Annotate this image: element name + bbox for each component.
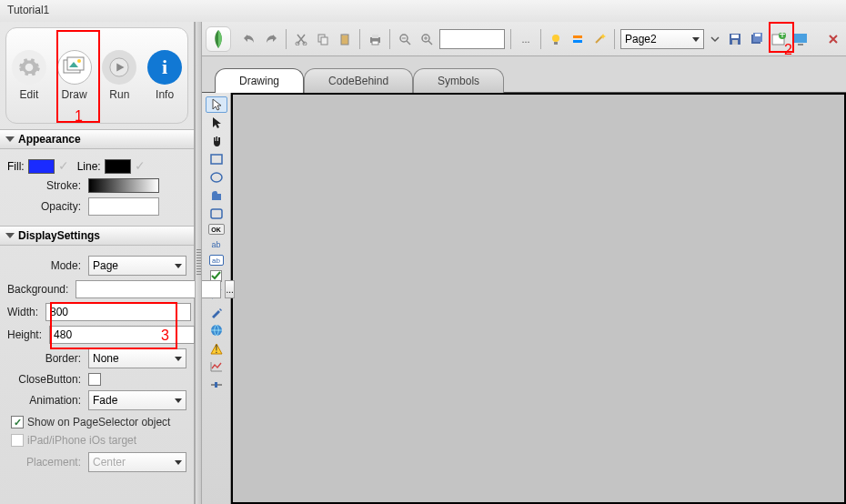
layers-icon[interactable] — [569, 30, 587, 48]
paste-icon[interactable] — [336, 30, 354, 48]
closebutton-row: CloseButton: — [7, 373, 186, 386]
closebutton-checkbox[interactable] — [88, 373, 101, 386]
redo-icon[interactable] — [262, 30, 280, 48]
animation-row: Animation: Fade — [7, 390, 186, 410]
ellipse-tool-icon[interactable] — [206, 169, 227, 186]
pointer-tool-icon[interactable] — [206, 96, 227, 113]
drawing-canvas[interactable] — [231, 93, 846, 504]
opacity-input[interactable] — [88, 197, 159, 216]
display-title: DisplaySettings — [18, 229, 100, 242]
page-dropdown-arrow-icon[interactable] — [708, 30, 722, 48]
svg-text:!: ! — [215, 343, 217, 355]
ok-button-tool-icon[interactable]: OK — [208, 224, 225, 235]
annotation-number-3: 3 — [161, 328, 169, 344]
fill-line-row: Fill: ✓ Line: ✓ — [7, 159, 186, 174]
zoom-out-icon[interactable] — [396, 30, 414, 48]
svg-rect-25 — [573, 40, 582, 43]
line-swatch[interactable] — [105, 159, 131, 174]
tab-symbols[interactable]: Symbols — [413, 68, 504, 93]
gear-icon — [12, 50, 46, 85]
canvas-area: OK ab ab ! — [202, 92, 846, 504]
svg-line-19 — [428, 41, 432, 45]
toolbar-separator — [614, 29, 615, 49]
print-icon[interactable] — [366, 30, 384, 48]
mode-info[interactable]: i Info — [142, 28, 187, 123]
svg-rect-13 — [372, 35, 378, 38]
svg-rect-23 — [554, 42, 558, 45]
opacity-label: Opacity: — [7, 200, 85, 213]
pen-tool-icon[interactable] — [206, 304, 227, 320]
tab-drawing[interactable]: Drawing — [215, 68, 304, 93]
display-header[interactable]: DisplaySettings — [0, 226, 194, 246]
toolbar-separator — [389, 29, 390, 49]
text-tool-icon[interactable]: ab — [206, 237, 227, 253]
chart-tool-icon[interactable] — [206, 358, 227, 375]
width-input[interactable] — [45, 303, 191, 321]
collapse-icon — [5, 233, 15, 238]
cut-icon[interactable] — [292, 30, 310, 48]
svg-rect-14 — [372, 41, 378, 45]
collapse-icon — [5, 136, 15, 142]
border-label: Border: — [7, 352, 85, 365]
border-row: Border: None — [7, 348, 186, 368]
window-title: Tutorial1 — [0, 0, 846, 22]
placement-label: Placement: — [7, 456, 85, 469]
annotation-number-1: 1 — [75, 108, 83, 125]
background-browse-button[interactable]: ... — [225, 280, 234, 298]
mode-select[interactable]: Page — [88, 256, 186, 276]
toolbar-search-input[interactable] — [439, 29, 505, 49]
polygon-tool-icon[interactable] — [206, 187, 227, 204]
opacity-row: Opacity: — [7, 197, 186, 216]
close-x-icon[interactable] — [824, 30, 842, 48]
save-icon[interactable] — [726, 30, 744, 48]
svg-rect-38 — [211, 155, 222, 164]
mode-edit[interactable]: Edit — [6, 28, 52, 123]
toolbar-separator — [359, 29, 360, 49]
ios-target-row: iPad/iPhone iOs target — [11, 434, 183, 447]
pan-tool-icon[interactable] — [206, 133, 227, 149]
appearance-header[interactable]: Appearance — [0, 129, 194, 149]
copy-icon[interactable] — [314, 30, 332, 48]
rectangle-tool-icon[interactable] — [206, 151, 227, 167]
animation-select[interactable]: Fade — [88, 390, 186, 410]
warning-tool-icon[interactable]: ! — [206, 340, 227, 357]
page-dropdown[interactable]: Page2 — [620, 29, 704, 49]
monitor-icon[interactable] — [791, 30, 810, 48]
toolbar-more-button[interactable]: ... — [517, 30, 535, 48]
wand-icon[interactable] — [590, 30, 609, 48]
fill-check-icon[interactable]: ✓ — [58, 161, 66, 172]
toolbar-separator — [286, 29, 287, 49]
undo-icon[interactable] — [240, 30, 258, 48]
roundrect-tool-icon[interactable] — [206, 206, 227, 222]
mode-info-label: Info — [156, 88, 174, 101]
show-pageselector-row: Show on PageSelector object — [11, 416, 183, 428]
show-pageselector-label: Show on PageSelector object — [27, 416, 170, 428]
slider-tool-icon[interactable] — [206, 377, 227, 393]
svg-rect-48 — [215, 382, 217, 388]
line-check-icon[interactable]: ✓ — [135, 161, 143, 172]
textbox-tool-icon[interactable]: ab — [209, 255, 224, 266]
stroke-swatch[interactable] — [88, 178, 159, 193]
ios-target-checkbox[interactable] — [11, 434, 24, 447]
svg-point-39 — [211, 173, 222, 182]
stroke-row: Stroke: — [7, 178, 186, 193]
height-input[interactable] — [49, 326, 195, 344]
mode-run[interactable]: Run — [97, 28, 143, 123]
svg-rect-40 — [211, 209, 222, 218]
fill-swatch[interactable] — [28, 159, 55, 174]
border-select[interactable]: None — [88, 348, 186, 368]
mode-run-label: Run — [109, 88, 129, 101]
select-tool-icon[interactable] — [206, 115, 227, 131]
splitter-handle[interactable] — [195, 22, 202, 504]
animation-label: Animation: — [7, 394, 85, 407]
show-pageselector-checkbox[interactable] — [11, 416, 24, 428]
globe-tool-icon[interactable] — [206, 322, 227, 338]
bulb-icon[interactable] — [547, 30, 565, 48]
zoom-in-icon[interactable] — [418, 30, 436, 48]
background-row: Background: ... — [7, 280, 186, 298]
info-icon: i — [147, 50, 182, 85]
svg-rect-9 — [321, 37, 327, 45]
save-all-icon[interactable] — [748, 30, 766, 48]
tab-codebehind[interactable]: CodeBehind — [304, 68, 413, 93]
svg-rect-36 — [794, 34, 807, 43]
